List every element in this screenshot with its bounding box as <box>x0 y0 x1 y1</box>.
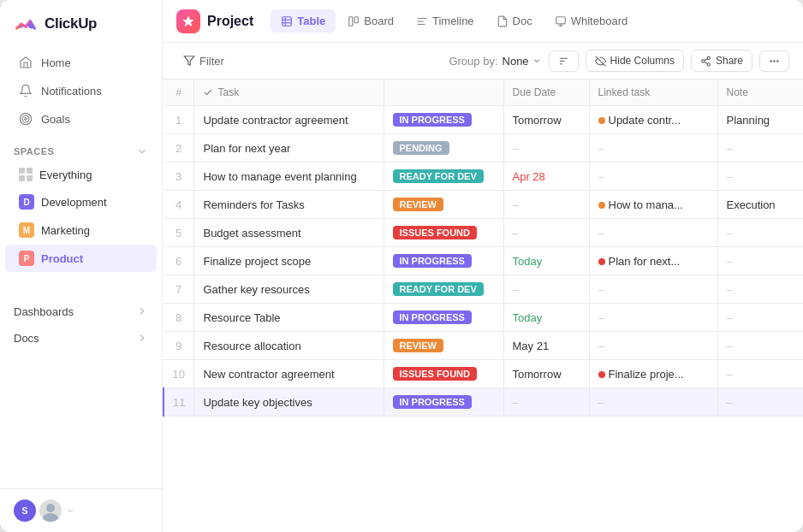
task-due-date: – <box>503 134 589 163</box>
more-button[interactable] <box>759 50 789 72</box>
task-note: – <box>717 247 803 275</box>
col-header-note[interactable]: Note <box>717 80 803 106</box>
task-due-date: Apr 28 <box>503 163 589 191</box>
sidebar-item-everything[interactable]: Everything <box>5 162 157 187</box>
svg-line-27 <box>705 62 708 63</box>
task-linked: Update contr... <box>589 106 717 134</box>
group-by-label: Group by: <box>449 55 497 68</box>
project-icon <box>176 9 200 33</box>
table-row[interactable]: 5Budget assessmentISSUES FOUND––– <box>164 219 803 247</box>
sidebar-item-marketing[interactable]: M Marketing <box>5 216 157 244</box>
chevron-right-icon <box>136 305 148 317</box>
task-note: – <box>717 332 803 360</box>
grid-icon <box>19 168 33 181</box>
row-num: 9 <box>164 332 194 360</box>
filter-icon <box>183 55 195 67</box>
sidebar-item-docs[interactable]: Docs <box>0 325 162 352</box>
col-header-linked[interactable]: Linked task <box>589 80 717 106</box>
task-linked: – <box>589 275 717 304</box>
project-title: Project <box>207 14 253 29</box>
task-status: ISSUES FOUND <box>384 219 503 247</box>
table-row[interactable]: 9Resource allocationREVIEWMay 21–– <box>164 332 803 360</box>
toolbar-right: Group by: None Hide Columns Share <box>449 50 789 72</box>
sidebar-item-notifications[interactable]: Notifications <box>5 77 157 104</box>
task-note: Planning <box>717 106 803 134</box>
col-header-due[interactable]: Due Date <box>503 80 589 106</box>
task-note: – <box>717 304 803 332</box>
sidebar-item-home-label: Home <box>41 56 71 69</box>
row-num: 10 <box>164 360 194 388</box>
task-linked: – <box>589 388 717 417</box>
sidebar-item-dashboards[interactable]: Dashboards <box>0 299 162 325</box>
main-content: Project Table Board Timeline Doc <box>163 0 803 532</box>
svg-rect-16 <box>556 16 565 23</box>
task-name: Finalize project scope <box>194 247 384 275</box>
task-linked: Finalize proje... <box>589 360 717 388</box>
task-name: Gather key resources <box>194 275 384 304</box>
col-header-task[interactable]: Task <box>194 80 384 106</box>
svg-line-28 <box>705 58 708 60</box>
task-name: Update contractor agreement <box>194 106 384 134</box>
task-linked: Plan for next... <box>589 247 717 275</box>
task-status: IN PROGRESS <box>384 388 503 417</box>
tab-doc-label: Doc <box>513 15 532 27</box>
spaces-section-header: Spaces <box>0 137 162 161</box>
svg-point-5 <box>43 513 58 522</box>
development-dot: D <box>19 194 34 210</box>
svg-point-1 <box>20 113 31 124</box>
tab-whiteboard[interactable]: Whiteboard <box>544 9 638 33</box>
sidebar-item-home[interactable]: Home <box>5 49 157 76</box>
task-due-date: Today <box>503 247 589 275</box>
task-status: READY FOR DEV <box>384 275 503 304</box>
sidebar-item-product[interactable]: P Product <box>5 245 157 272</box>
chevron-down-small-icon <box>65 505 75 516</box>
tab-timeline[interactable]: Timeline <box>406 9 485 33</box>
tab-doc[interactable]: Doc <box>486 9 543 33</box>
group-by-value[interactable]: None <box>503 55 542 68</box>
table-row[interactable]: 10New contractor agreementISSUES FOUNDTo… <box>164 360 803 388</box>
table-row[interactable]: 3How to manage event planningREADY FOR D… <box>164 163 803 191</box>
filter-button[interactable]: Filter <box>176 51 231 71</box>
col-header-hash: # <box>164 80 194 106</box>
chevron-down-icon <box>136 145 148 157</box>
space-everything-label: Everything <box>39 168 92 181</box>
table-icon <box>281 15 293 27</box>
marketing-dot: M <box>19 222 34 238</box>
table-row[interactable]: 11Update key objectivesIN PROGRESS––– <box>164 388 803 417</box>
svg-point-25 <box>702 59 705 62</box>
svg-point-26 <box>707 62 710 65</box>
table-row[interactable]: 6Finalize project scopeIN PROGRESSTodayP… <box>164 247 803 275</box>
task-status: REVIEW <box>384 332 503 360</box>
svg-point-30 <box>774 60 776 62</box>
avatar-group[interactable]: S <box>14 499 75 522</box>
hide-columns-label: Hide Columns <box>610 55 675 67</box>
table-row[interactable]: 1Update contractor agreementIN PROGRESST… <box>164 106 803 134</box>
task-name: Resource Table <box>194 304 384 332</box>
task-status: REVIEW <box>384 191 503 219</box>
table-row[interactable]: 7Gather key resourcesREADY FOR DEV––– <box>164 275 803 304</box>
task-linked: – <box>589 219 717 247</box>
space-marketing-label: Marketing <box>41 224 90 237</box>
sort-button[interactable] <box>549 50 579 72</box>
table-row[interactable]: 4Reminders for TasksREVIEW–How to mana..… <box>164 191 803 219</box>
hide-columns-button[interactable]: Hide Columns <box>586 50 684 72</box>
svg-point-4 <box>46 504 55 512</box>
svg-rect-11 <box>349 16 353 26</box>
row-num: 6 <box>164 247 194 275</box>
share-button[interactable]: Share <box>691 50 752 72</box>
logo-area: ClickUp <box>0 0 162 44</box>
chevron-right-icon2 <box>136 332 148 344</box>
target-icon <box>19 112 33 126</box>
table-row[interactable]: 2Plan for next yearPENDING––– <box>164 134 803 163</box>
table-row[interactable]: 8Resource TableIN PROGRESSToday–– <box>164 304 803 332</box>
bell-icon <box>19 84 33 98</box>
tab-board[interactable]: Board <box>337 9 404 33</box>
task-note: – <box>717 360 803 388</box>
sidebar-item-development[interactable]: D Development <box>5 188 157 216</box>
clickup-logo-icon <box>14 12 38 36</box>
row-num: 3 <box>164 163 194 191</box>
task-note: Execution <box>717 191 803 219</box>
sidebar-item-goals[interactable]: Goals <box>5 105 157 133</box>
task-due-date: May 21 <box>503 332 589 360</box>
tab-table[interactable]: Table <box>271 9 336 33</box>
